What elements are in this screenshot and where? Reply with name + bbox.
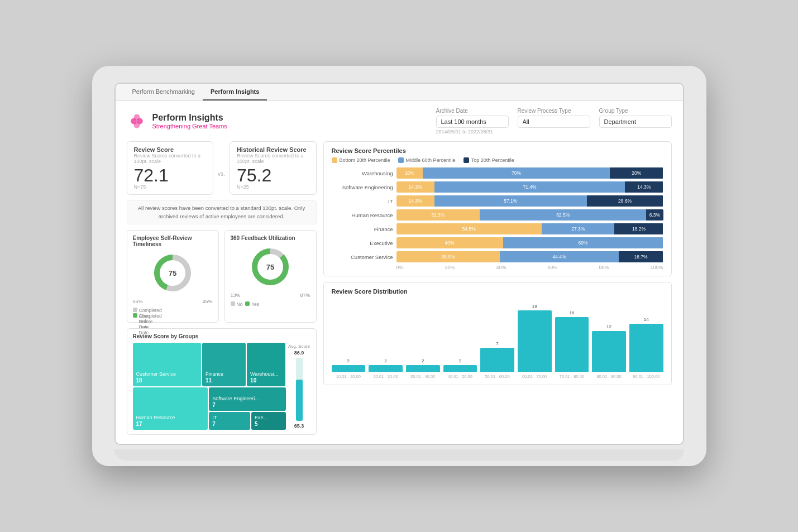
bar-row-label: Executive xyxy=(332,240,393,246)
distribution-chart: 222271816121410.01 - 20.0020.01 - 30.003… xyxy=(332,299,663,379)
bar-seg-bottom: 10% xyxy=(396,167,423,179)
treemap-cell-executive: Exe... 5 xyxy=(251,412,286,430)
top-avg: 86.9 xyxy=(294,350,304,356)
bar-seg-middle: 62.5% xyxy=(480,209,646,221)
bar-row: Warehousing10%70%20% xyxy=(332,167,663,179)
bar-seg-middle: 57.1% xyxy=(434,195,587,207)
dist-x-label-item: 70.01 - 80.00 xyxy=(555,374,589,379)
filter-review-type: Review Process Type All xyxy=(518,108,590,128)
brand-logo-icon xyxy=(127,111,147,131)
dist-bar xyxy=(592,331,626,372)
treemap-wrapper: Customer Service 18 Finance 11 Warehousi… xyxy=(133,343,310,430)
treemap-cell-finance: Finance 11 xyxy=(202,343,246,386)
dist-bar-value-label: 2 xyxy=(459,358,461,363)
review-score-value: 72.1 xyxy=(134,166,207,184)
bar-row: Customer Service38.9%44.4%16.7% xyxy=(332,251,663,262)
bar-seg-bottom: 14.3% xyxy=(396,181,434,193)
bar-row: Human Resource31.3%62.5%6.3% xyxy=(332,209,663,221)
feedback-360-card: 360 Feedback Utilization 75 13% xyxy=(224,230,317,323)
historical-score-card: Historical Review Score Review Scores co… xyxy=(230,141,317,195)
historical-score-title: Historical Review Score xyxy=(237,146,309,153)
feedback-360-donut: 75 xyxy=(231,245,310,289)
dist-x-label-item: 50.01 - 60.00 xyxy=(480,374,514,379)
legend-top-label: Top 20th Percentile xyxy=(471,157,514,163)
dist-x-label-item: 60.01 - 70.00 xyxy=(518,374,552,379)
pct-after-label: 55% xyxy=(133,299,143,304)
dist-x-label-item: 90.01 - 100.00 xyxy=(629,374,663,379)
dist-bar xyxy=(406,365,440,372)
bar-row: IT14.3%57.1%28.6% xyxy=(332,195,663,207)
treemap-section: Review Score by Groups Customer Service … xyxy=(127,328,317,435)
dist-bar xyxy=(369,365,403,372)
dashboard-grid: Review Score Review Scores converted to … xyxy=(127,141,672,435)
dist-bar-value-label: 2 xyxy=(422,358,424,363)
percentiles-legend: Bottom 20th Percentile Middle 60th Perce… xyxy=(332,157,663,163)
bar-seg-middle: 27.3% xyxy=(542,223,614,234)
review-type-select[interactable]: All xyxy=(518,116,590,128)
bar-row-label: Software Engineering xyxy=(332,184,393,190)
review-score-n: N=75 xyxy=(134,184,207,190)
bar-seg-middle: 70% xyxy=(423,167,610,179)
laptop-frame: Perform Benchmarking Perform Insights Pe… xyxy=(92,66,706,466)
review-score-sub: Review Scores converted to a 100pt. scal… xyxy=(134,153,207,164)
legend-top-dot xyxy=(463,157,469,163)
svg-point-2 xyxy=(133,114,140,121)
archive-date-label: Archive Date xyxy=(436,108,509,114)
pct-yes-label: 87% xyxy=(300,293,310,298)
bar-stack: 38.9%44.4%16.7% xyxy=(396,251,663,262)
self-review-card: Employee Self-Review Timeliness 75 xyxy=(127,230,219,323)
dist-bars-wrapper: 2222718161214 xyxy=(332,299,663,372)
screen: Perform Benchmarking Perform Insights Pe… xyxy=(114,83,684,445)
notice-box: All review scores have been converted to… xyxy=(127,200,317,224)
bar-chart: Warehousing10%70%20%Software Engineering… xyxy=(332,167,663,262)
left-column: Review Score Review Scores converted to … xyxy=(127,141,317,435)
group-type-label: Group Type xyxy=(599,108,672,114)
tab-benchmarking[interactable]: Perform Benchmarking xyxy=(125,84,203,100)
bar-seg-top: 14.3% xyxy=(625,181,663,193)
bar-row-label: Finance xyxy=(332,226,393,232)
bar-stack: 14.3%71.4%14.3% xyxy=(396,181,663,193)
treemap-cell-it: IT 7 xyxy=(209,412,250,430)
brand-tagline: Strengthening Great Teams xyxy=(152,123,227,130)
bar-stack: 10%70%20% xyxy=(396,167,663,179)
tabs-bar: Perform Benchmarking Perform Insights xyxy=(116,84,683,101)
archive-date-select[interactable]: Last 100 months xyxy=(436,116,509,128)
filter-archive-date: Archive Date Last 100 months 2014/05/01 … xyxy=(436,108,509,135)
dist-x-label-item: 80.01 - 90.00 xyxy=(592,374,626,379)
dist-bar xyxy=(555,317,589,372)
bar-row: Software Engineering14.3%71.4%14.3% xyxy=(332,181,663,193)
dist-bar xyxy=(480,348,514,372)
dist-bar-wrap: 7 xyxy=(480,299,514,372)
dist-bar-value-label: 16 xyxy=(569,310,574,315)
review-score-card: Review Score Review Scores converted to … xyxy=(127,141,214,195)
bar-row: Executive40%60% xyxy=(332,237,663,248)
bar-seg-middle: 71.4% xyxy=(434,181,625,193)
dist-bar-wrap: 12 xyxy=(592,299,626,372)
main-content: Perform Insights Strengthening Great Tea… xyxy=(116,101,683,444)
percentiles-section: Review Score Percentiles Bottom 20th Per… xyxy=(323,141,672,276)
self-review-center: 75 xyxy=(169,269,176,277)
dist-bar xyxy=(629,324,663,372)
bottom-avg: 65.3 xyxy=(294,423,304,429)
bar-row-label: IT xyxy=(332,198,393,204)
bar-seg-bottom: 31.3% xyxy=(396,209,480,221)
dist-bar-wrap: 2 xyxy=(369,299,403,372)
review-type-label: Review Process Type xyxy=(518,108,590,114)
bar-row-label: Warehousing xyxy=(332,170,393,176)
bar-seg-bottom: 54.5% xyxy=(396,223,542,234)
group-type-select[interactable]: Department xyxy=(599,116,672,128)
bar-row-label: Customer Service xyxy=(332,254,393,260)
bar-seg-top: 6.3% xyxy=(646,209,663,221)
dist-bar xyxy=(518,310,552,372)
treemap-cell-software: Software Engineeri... 7 xyxy=(209,387,285,411)
dist-x-labels: 10.01 - 20.0020.01 - 30.0030.01 - 40.004… xyxy=(332,374,663,379)
bar-seg-bottom: 14.3% xyxy=(396,195,434,207)
tab-insights[interactable]: Perform Insights xyxy=(203,84,267,100)
dist-bar xyxy=(332,365,366,372)
dist-bar-wrap: 2 xyxy=(332,299,366,372)
brand-section: Perform Insights Strengthening Great Tea… xyxy=(127,111,227,131)
legend-middle: Middle 60th Percentile xyxy=(398,157,456,163)
laptop-base xyxy=(114,449,684,461)
dist-x-label-item: 20.01 - 30.00 xyxy=(369,374,403,379)
score-bar-section: Avg. Score 86.9 65.3 xyxy=(288,343,310,430)
